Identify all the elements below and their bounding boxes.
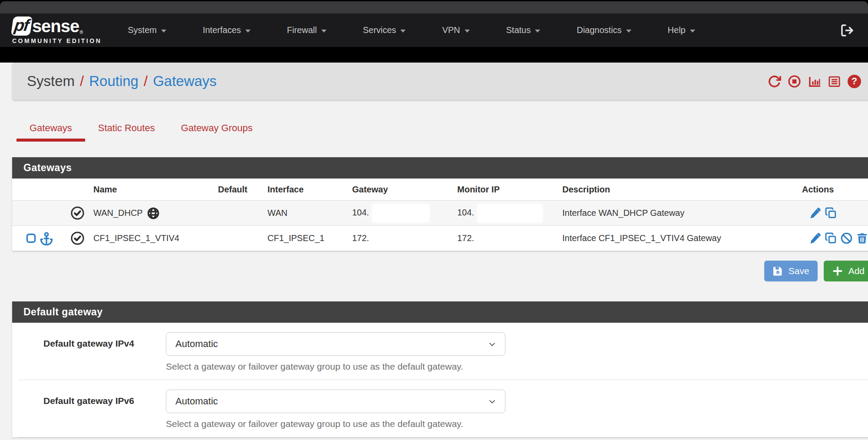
default-gateway-ipv4-label: Default gateway IPv4 <box>18 332 166 372</box>
menu-firewall[interactable]: Firewall <box>269 19 345 41</box>
pf-logo-box: pf <box>11 17 33 36</box>
menu-status[interactable]: Status <box>488 19 559 41</box>
default-gateway-panel: Default gateway Default gateway IPv4 Aut… <box>12 301 868 437</box>
form-row-ipv6: Default gateway IPv6 Automatic Select a … <box>18 380 868 437</box>
gateway-monitor-ip: 104. <box>457 208 474 217</box>
page-body: System / Routing / Gateways <box>0 63 868 440</box>
edit-icon[interactable] <box>809 232 822 245</box>
redacted-value <box>478 205 542 222</box>
globe-icon <box>147 207 160 220</box>
brand-tagline: COMMUNITY EDITION <box>12 37 102 44</box>
gateway-description: Interface WAN_DHCP Gateway <box>562 208 790 218</box>
gateways-table-header: Name Default Interface Gateway Monitor I… <box>12 179 868 201</box>
breadcrumb: System / Routing / Gateways <box>12 63 868 100</box>
chevron-down-icon <box>488 340 496 348</box>
caret-down-icon <box>465 30 470 33</box>
default-gateway-ipv6-label: Default gateway IPv6 <box>18 390 166 429</box>
default-gateway-ipv6-select[interactable]: Automatic <box>166 390 505 413</box>
gateway-monitor-ip: 172. <box>457 233 474 243</box>
chevron-down-icon <box>488 397 496 406</box>
default-gateway-ipv6-help: Select a gateway or failover gateway gro… <box>166 419 505 429</box>
gateway-interface: WAN <box>267 208 352 218</box>
copy-icon[interactable] <box>825 232 837 245</box>
caret-down-icon <box>321 30 327 33</box>
registered-mark: ® <box>79 30 83 35</box>
col-gateway: Gateway <box>352 185 457 195</box>
menu-system[interactable]: System <box>109 19 185 41</box>
page-toolbar: ? <box>768 63 861 100</box>
pfsense-logo[interactable]: pf sense ® COMMUNITY EDITION <box>12 17 102 44</box>
stop-icon[interactable] <box>788 75 801 88</box>
col-monitor-ip: Monitor IP <box>457 185 562 195</box>
brand-name: sense <box>32 17 79 35</box>
breadcrumb-link-gateways[interactable]: Gateways <box>153 73 217 89</box>
menu-vpn[interactable]: VPN <box>424 19 488 41</box>
chart-icon[interactable] <box>808 75 821 88</box>
breadcrumb-separator: / <box>80 73 84 89</box>
window-title-strip <box>0 1 868 13</box>
gateways-panel-title: Gateways <box>12 157 868 179</box>
copy-icon[interactable] <box>825 207 837 219</box>
main-menu: System Interfaces Firewall Services VPN … <box>109 19 713 41</box>
edit-icon[interactable] <box>809 207 822 219</box>
tab-static-routes[interactable]: Static Routes <box>85 118 168 142</box>
save-icon <box>772 266 783 277</box>
gateway-name: CF1_IPSEC_1_VTIV4 <box>93 233 179 243</box>
add-button[interactable]: Add <box>824 261 868 281</box>
delete-icon[interactable] <box>856 232 868 245</box>
refresh-icon[interactable] <box>768 75 781 88</box>
gateway-description: Interface CF1_IPSEC_1_VTIV4 Gateway <box>562 233 790 243</box>
disable-icon[interactable] <box>840 232 853 245</box>
table-row-cf1-ipsec: CF1_IPSEC_1_VTIV4 CF1_IPSEC_1 172. 172. … <box>12 226 868 251</box>
check-circle-icon <box>70 205 85 221</box>
col-interface: Interface <box>267 185 352 195</box>
form-row-ipv4: Default gateway IPv4 Automatic Select a … <box>18 323 868 380</box>
gateway-interface: CF1_IPSEC_1 <box>267 233 352 243</box>
log-list-icon[interactable] <box>828 75 841 88</box>
save-button[interactable]: Save <box>764 261 818 281</box>
anchor-icon <box>40 232 53 245</box>
breadcrumb-root: System <box>27 73 75 89</box>
menu-diagnostics[interactable]: Diagnostics <box>558 19 649 41</box>
col-description: Description <box>562 185 790 195</box>
top-navbar: pf sense ® COMMUNITY EDITION System Inte… <box>0 13 868 47</box>
redacted-value <box>373 205 429 222</box>
gateways-panel: Gateways Name Default Interface Gateway … <box>12 157 868 251</box>
gateway-address: 172. <box>352 233 369 243</box>
breadcrumb-link-routing[interactable]: Routing <box>89 73 139 89</box>
caret-down-icon <box>626 30 631 33</box>
menu-services[interactable]: Services <box>345 19 424 41</box>
caret-down-icon <box>161 30 166 33</box>
col-default: Default <box>218 185 267 195</box>
help-icon[interactable]: ? <box>848 75 861 88</box>
tab-bar: Gateways Static Routes Gateway Groups <box>17 118 868 142</box>
caret-down-icon <box>245 30 251 33</box>
default-gateway-panel-title: Default gateway <box>12 301 868 323</box>
breadcrumb-separator: / <box>144 73 148 89</box>
gateway-name: WAN_DHCP <box>93 208 143 218</box>
gateway-address: 104. <box>352 208 369 217</box>
tab-gateways[interactable]: Gateways <box>17 118 85 142</box>
check-circle-icon <box>70 231 85 246</box>
caret-down-icon <box>535 30 540 33</box>
logout-icon[interactable] <box>840 23 854 37</box>
caret-down-icon <box>400 30 406 33</box>
col-actions: Actions <box>790 185 868 195</box>
table-row-wan-dhcp: WAN_DHCP WAN 104. 104. Interface WAN_DHC… <box>12 201 868 226</box>
tab-gateway-groups[interactable]: Gateway Groups <box>168 118 266 142</box>
menu-interfaces[interactable]: Interfaces <box>185 19 269 41</box>
menu-help[interactable]: Help <box>650 19 713 41</box>
square-checkbox-icon[interactable] <box>25 232 37 244</box>
table-actions: Save Add <box>12 251 868 281</box>
plus-icon <box>832 265 843 277</box>
col-name: Name <box>93 185 218 195</box>
caret-down-icon <box>690 30 695 33</box>
default-gateway-ipv4-select[interactable]: Automatic <box>166 332 505 356</box>
default-gateway-ipv4-help: Select a gateway or failover gateway gro… <box>166 361 505 372</box>
